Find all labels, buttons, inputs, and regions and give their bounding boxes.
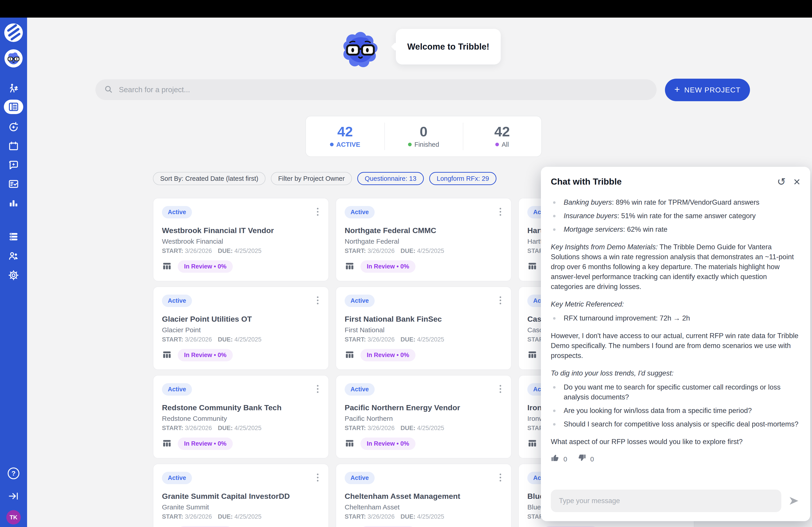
- welcome-speech-bubble: Welcome to Tribble!: [396, 29, 501, 64]
- tribble-mascot-icon: [340, 29, 381, 71]
- status-badge: Active: [345, 472, 375, 484]
- table-columns-icon: [162, 350, 172, 361]
- card-menu-kebab-icon[interactable]: [316, 206, 320, 217]
- project-dates: START: 3/26/2026DUE: 4/25/2025: [345, 336, 503, 343]
- chat-paragraph: Key Metric Referenced:: [551, 299, 800, 309]
- chat-header: Chat with Tribble ↺ ×: [541, 167, 810, 192]
- bullet-dot-icon: [553, 201, 555, 204]
- bullet-dot-icon: [553, 423, 555, 425]
- send-message-icon[interactable]: [787, 494, 801, 508]
- status-badge: Active: [162, 206, 192, 219]
- walking-person-arrows-icon: [8, 83, 19, 94]
- status-badge: Active: [162, 383, 192, 395]
- stat-finished[interactable]: 0 Finished: [385, 116, 463, 156]
- card-menu-kebab-icon[interactable]: [498, 295, 503, 306]
- filter-chips-row: Sort By: Created Date (latest first)Filt…: [153, 172, 496, 185]
- bullet-dot-icon: [553, 386, 555, 389]
- sidebar-item-mascot-avatar[interactable]: [4, 49, 23, 68]
- search-input[interactable]: [119, 86, 648, 94]
- chat-history-icon[interactable]: ↺: [777, 177, 786, 187]
- project-card[interactable]: Active Northgate Federal CMMC Northgate …: [336, 198, 511, 281]
- card-menu-kebab-icon[interactable]: [316, 383, 320, 395]
- sidebar-item-sync-sparkle[interactable]: [8, 121, 19, 133]
- sidebar-item-calendar[interactable]: [8, 140, 19, 152]
- project-card[interactable]: Active First National Bank FinSec First …: [336, 286, 511, 370]
- sidebar-item-people[interactable]: [8, 250, 19, 262]
- sidebar: ?TK: [0, 18, 27, 527]
- project-card[interactable]: Active Westbrook Financial IT Vendor Wes…: [153, 198, 329, 281]
- user-avatar[interactable]: TK: [6, 510, 21, 525]
- logout-arrow-icon[interactable]: [8, 491, 19, 502]
- sidebar-item-projects-board[interactable]: [4, 100, 23, 114]
- chat-title: Chat with Tribble: [551, 177, 622, 187]
- bullet-dot-icon: [553, 215, 555, 217]
- stat-dot-icon: [330, 143, 334, 146]
- card-menu-kebab-icon[interactable]: [316, 472, 320, 483]
- card-menu-kebab-icon[interactable]: [498, 472, 503, 483]
- card-menu-kebab-icon[interactable]: [498, 383, 503, 395]
- thumbs-up-icon[interactable]: [551, 453, 560, 465]
- sidebar-item-walking-person-arrows[interactable]: [8, 83, 19, 94]
- project-card[interactable]: Active Granite Summit Capital InvestorDD…: [153, 464, 329, 527]
- chat-message-input[interactable]: [551, 490, 781, 512]
- stat-label: All: [502, 141, 509, 148]
- bullet-dot-icon: [553, 409, 555, 412]
- filter-chip-4[interactable]: Longform RFx: 29: [429, 172, 496, 185]
- chat-bullet-list: RFX turnaround improvement: 72h → 2h: [551, 313, 800, 323]
- table-columns-icon: [162, 438, 172, 449]
- project-client: Westbrook Financial: [162, 238, 320, 245]
- sidebar-item-chat-sparkle[interactable]: [8, 160, 19, 171]
- gear-icon: [8, 269, 19, 281]
- project-title: Pacific Northern Energy Vendor: [345, 403, 503, 412]
- card-menu-kebab-icon[interactable]: [316, 295, 320, 306]
- chat-bullet-item: RFX turnaround improvement: 72h → 2h: [551, 313, 800, 323]
- table-columns-icon: [345, 438, 354, 449]
- filter-chip-2[interactable]: Filter by Project Owner: [271, 172, 352, 185]
- stat-all[interactable]: 42 All: [463, 116, 541, 156]
- project-title: First National Bank FinSec: [345, 315, 503, 323]
- stat-label: ACTIVE: [336, 141, 360, 148]
- table-columns-icon: [345, 261, 354, 272]
- chat-bullet-list: Do you want me to search for specific cu…: [551, 382, 800, 429]
- status-badge: Active: [345, 383, 375, 395]
- project-card[interactable]: Active Cheltenham Asset Management Chelt…: [336, 464, 511, 527]
- chat-bullet-item: Are you looking for win/loss data from a…: [551, 406, 800, 416]
- chat-input-row: [541, 484, 810, 521]
- card-menu-kebab-icon[interactable]: [498, 206, 503, 217]
- sidebar-item-stacked-rows[interactable]: [8, 231, 19, 243]
- table-columns-icon: [527, 438, 537, 449]
- calendar-icon: [8, 140, 19, 152]
- new-project-button[interactable]: + NEW PROJECT: [665, 79, 750, 101]
- mascot-avatar-icon: [4, 49, 23, 68]
- progress-badge: In Review • 0%: [360, 260, 416, 273]
- progress-badge: In Review • 0%: [178, 260, 233, 273]
- help-icon[interactable]: ?: [8, 467, 19, 479]
- progress-badge: In Review • 0%: [360, 349, 416, 361]
- chat-paragraph: What aspect of our RFP losses would you …: [551, 437, 800, 447]
- project-card[interactable]: Active Redstone Community Bank Tech Reds…: [153, 375, 329, 458]
- filter-chip-1[interactable]: Sort By: Created Date (latest first): [153, 172, 265, 185]
- sidebar-item-checklist-card[interactable]: [8, 178, 19, 190]
- project-card[interactable]: Active Pacific Northern Energy Vendor Pa…: [336, 375, 511, 458]
- sidebar-item-bar-chart[interactable]: [8, 197, 19, 209]
- chat-close-icon[interactable]: ×: [794, 176, 800, 187]
- project-dates: START: 3/26/2026DUE: 4/25/2025: [162, 336, 320, 343]
- thumbs-down-icon[interactable]: [578, 453, 586, 465]
- stat-active[interactable]: 42 ACTIVE: [306, 116, 385, 156]
- new-project-label: NEW PROJECT: [684, 86, 740, 94]
- top-black-bar: [0, 0, 812, 18]
- project-client: Glacier Point: [162, 326, 320, 334]
- chat-feedback-row: 0 0: [551, 453, 800, 465]
- project-dates: START: 3/26/2026DUE: 4/25/2025: [345, 425, 503, 432]
- chat-bullet-item: Banking buyers: 89% win rate for TPRM/Ve…: [551, 197, 800, 207]
- chat-bullet-item: Insurance buyers: 51% win rate for the s…: [551, 211, 800, 221]
- project-dates: START: 3/26/2026DUE: 4/25/2025: [345, 513, 503, 520]
- people-icon: [8, 250, 19, 262]
- filter-chip-3[interactable]: Questionnaire: 13: [357, 172, 424, 185]
- project-title: Westbrook Financial IT Vendor: [162, 226, 320, 235]
- project-card[interactable]: Active Glacier Point Utilities OT Glacie…: [153, 286, 329, 370]
- chat-panel: Chat with Tribble ↺ × Banking buyers: 89…: [541, 167, 810, 521]
- stat-value: 0: [420, 125, 427, 139]
- project-client: Northgate Federal: [345, 238, 503, 245]
- sidebar-item-gear[interactable]: [8, 269, 19, 281]
